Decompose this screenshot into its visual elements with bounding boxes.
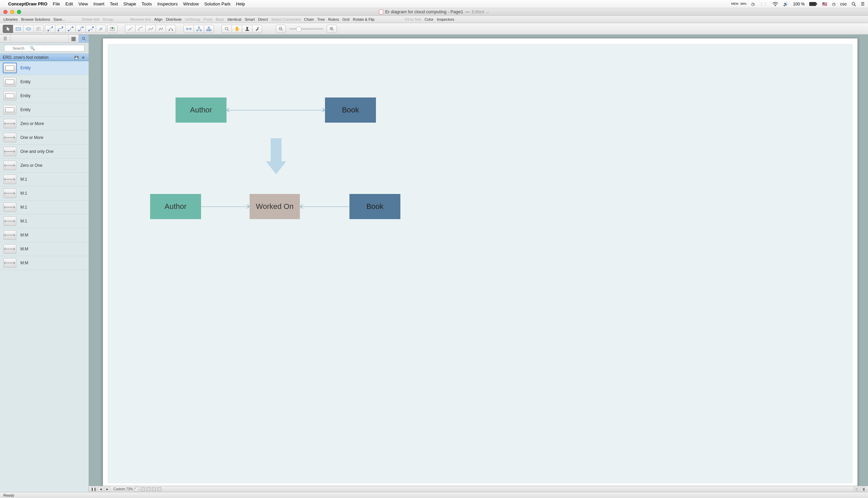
title-chevron-icon[interactable]: ⌵ <box>486 9 489 14</box>
shape-item[interactable]: M:M <box>0 256 89 270</box>
insert-shape-tool[interactable] <box>107 25 118 33</box>
polyline-tool[interactable] <box>156 25 166 33</box>
identical-button[interactable]: Identical <box>228 17 241 22</box>
shape-item[interactable]: M:1 <box>0 200 89 214</box>
arc-tool[interactable] <box>135 25 145 33</box>
connector-bottom-left[interactable] <box>201 207 250 207</box>
menu-tools[interactable]: Tools <box>142 1 152 6</box>
clock-icon[interactable]: ◷ <box>832 2 836 6</box>
rect-tool[interactable] <box>13 25 23 33</box>
menu-help[interactable]: Help <box>236 1 245 6</box>
page-corner-1[interactable]: ◫ <box>854 487 859 492</box>
library-save-icon[interactable]: 💾 <box>74 55 79 60</box>
menu-view[interactable]: View <box>78 1 88 6</box>
shape-item[interactable]: M:1 <box>0 186 89 200</box>
entity-book-bottom[interactable]: Book <box>349 194 400 219</box>
connector-tool-6[interactable] <box>96 25 106 33</box>
spline-tool[interactable] <box>145 25 156 33</box>
rulers-button[interactable]: Rulers <box>329 17 339 22</box>
direct-button[interactable]: Direct <box>258 17 268 22</box>
menu-extras-icon[interactable]: ☰ <box>861 2 865 6</box>
page-tab-4[interactable] <box>157 487 161 491</box>
timemachine-icon[interactable]: ◷ <box>751 2 755 6</box>
menu-window[interactable]: Window <box>183 1 199 6</box>
menu-insert[interactable]: Insert <box>93 1 105 6</box>
shape-item[interactable]: One and only One <box>0 145 89 159</box>
menu-text[interactable]: Text <box>110 1 118 6</box>
select-tool[interactable] <box>3 25 13 33</box>
sidebar-search-button[interactable] <box>78 35 89 42</box>
shape-item[interactable]: M:M <box>0 228 89 242</box>
minimize-window-button[interactable] <box>10 10 14 14</box>
stamp-tool[interactable] <box>242 25 252 33</box>
sidebar-list-view-button[interactable]: ☰ <box>0 35 11 42</box>
app-name[interactable]: ConceptDraw PRO <box>8 1 48 6</box>
close-window-button[interactable] <box>3 10 8 14</box>
eyedropper-tool[interactable] <box>252 25 262 33</box>
color-button[interactable]: Color <box>425 17 433 22</box>
search-input[interactable] <box>4 45 84 52</box>
distribute-button[interactable]: Distribute <box>166 17 181 22</box>
zoom-out-button[interactable] <box>276 25 286 33</box>
bezier-tool[interactable] <box>166 25 176 33</box>
smart-button[interactable]: Smart <box>245 17 255 22</box>
connector-tool-5[interactable] <box>85 25 96 33</box>
page-next-button[interactable]: ▶ <box>105 487 110 492</box>
shape-item[interactable]: One or More <box>0 131 89 145</box>
wifi-icon[interactable] <box>772 2 778 6</box>
canvas-area[interactable]: Author Book Author <box>89 35 868 492</box>
grid-button[interactable]: Grid <box>342 17 349 22</box>
entity-book-top[interactable]: Book <box>325 97 376 123</box>
connector-bottom-right[interactable] <box>300 207 349 207</box>
shape-item[interactable]: M:1 <box>0 214 89 228</box>
menu-inspectors[interactable]: Inspectors <box>157 1 178 6</box>
page[interactable]: Author Book Author <box>103 38 858 488</box>
flag-icon[interactable]: 🇺🇸 <box>822 2 827 6</box>
page-corner-2[interactable]: ◨ <box>860 487 866 492</box>
menu-solution-park[interactable]: Solution Park <box>204 1 230 6</box>
shape-item[interactable]: M:M <box>0 242 89 256</box>
zoom-window-button[interactable] <box>17 10 21 14</box>
text-tool[interactable] <box>33 25 43 33</box>
library-close-icon[interactable]: ✖ <box>80 55 86 60</box>
zoom-stepper[interactable]: ⌃⌄ <box>134 487 139 492</box>
spotlight-icon[interactable] <box>851 2 856 6</box>
connector-tool-4[interactable] <box>76 25 85 33</box>
shape-item[interactable]: M:1 <box>0 173 89 186</box>
page-prev-button[interactable]: ◀ <box>98 487 103 492</box>
hand-tool[interactable]: ✋ <box>231 25 242 33</box>
page-pause-button[interactable]: ❚❚ <box>91 487 96 492</box>
browse-solutions-button[interactable]: Browse Solutions <box>21 17 50 22</box>
align-button[interactable]: Align <box>154 17 162 22</box>
zoom-label[interactable]: Custom 73% <box>113 487 133 491</box>
zoom-tool[interactable] <box>222 25 231 33</box>
entity-author-top[interactable]: Author <box>176 97 227 123</box>
ellipse-tool[interactable] <box>23 25 33 33</box>
shape-item[interactable]: Entity <box>0 103 89 117</box>
chain-layout-tool[interactable] <box>183 25 193 33</box>
volume-icon[interactable]: 🔊 <box>783 2 788 6</box>
zoom-in-button[interactable] <box>327 25 337 33</box>
library-header[interactable]: ERD, crow's foot notation 💾 ✖ <box>0 54 89 61</box>
connector-tool-3[interactable] <box>65 25 76 33</box>
tree-button[interactable]: Tree <box>317 17 325 22</box>
page-tab-2[interactable] <box>146 487 150 491</box>
inspectors-button[interactable]: Inspectors <box>437 17 454 22</box>
document-title[interactable]: Er diagram for cloud computing - Page1 —… <box>379 9 489 14</box>
shape-item[interactable]: Zero or One <box>0 159 89 173</box>
user-name[interactable]: cso <box>840 2 846 6</box>
entity-author-bottom[interactable]: Author <box>150 194 201 219</box>
shape-list[interactable]: EntityEntityEntityEntityZero or MoreOne … <box>0 61 89 492</box>
shape-item[interactable]: Entity <box>0 89 89 103</box>
connector-tool-1[interactable] <box>45 25 55 33</box>
rotate-flip-button[interactable]: Rotate & Flip <box>353 17 375 22</box>
libraries-button[interactable]: Libraries <box>3 17 18 22</box>
shape-item[interactable]: Zero or More <box>0 117 89 131</box>
page-tab-1[interactable] <box>141 487 145 491</box>
menu-edit[interactable]: Edit <box>66 1 73 6</box>
chain-button[interactable]: Chain <box>304 17 314 22</box>
menu-file[interactable]: File <box>53 1 60 6</box>
page-tab-3[interactable] <box>152 487 156 491</box>
sidebar-grid-view-button[interactable]: ▦ <box>68 35 78 42</box>
bluetooth-icon[interactable]: ⋮⋮ <box>759 2 767 6</box>
